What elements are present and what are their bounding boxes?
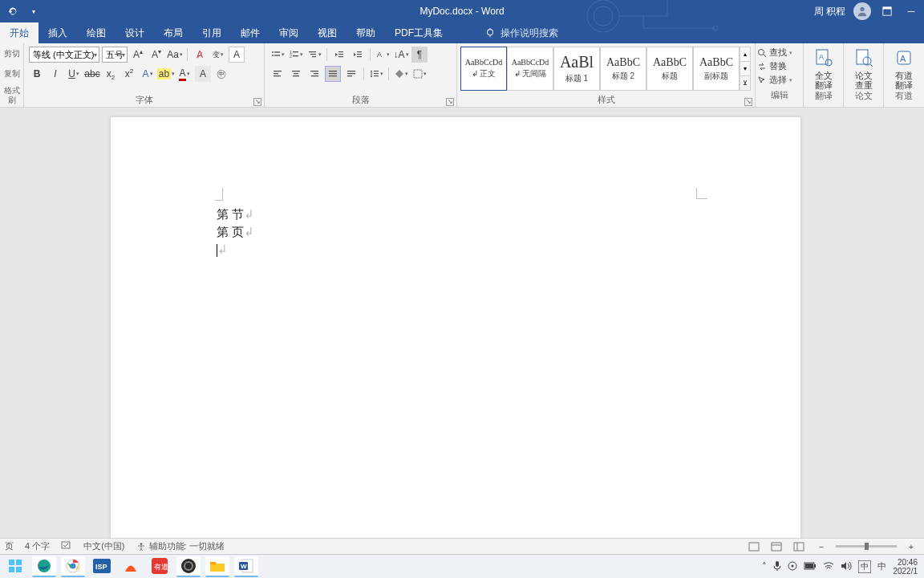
align-center-button[interactable]: [288, 66, 304, 82]
phonetic-guide-button[interactable]: 变: [210, 47, 226, 63]
tab-references[interactable]: 引用: [192, 22, 231, 43]
tab-layout[interactable]: 布局: [154, 22, 192, 43]
taskbar-isp[interactable]: ISP: [90, 556, 114, 577]
tray-volume-icon[interactable]: [841, 561, 852, 572]
minimize-button[interactable]: ─: [903, 3, 919, 19]
subscript-button[interactable]: x2: [103, 66, 119, 82]
user-name[interactable]: 周 积程: [814, 5, 845, 18]
status-word-count[interactable]: 4 个字: [25, 540, 50, 552]
font-name-combo[interactable]: 等线 (中文正文)▾: [29, 47, 99, 63]
enclose-characters-button[interactable]: ㊥: [213, 66, 229, 82]
borders-button[interactable]: [411, 66, 428, 82]
taskbar-explorer[interactable]: [205, 556, 229, 577]
bold-button[interactable]: B: [29, 66, 45, 82]
tab-pdf-tools[interactable]: PDF工具集: [385, 22, 452, 43]
ribbon-display-options[interactable]: [879, 3, 895, 19]
font-color-button[interactable]: A: [176, 66, 192, 82]
style-title[interactable]: AaBbC标题: [646, 47, 693, 91]
taskbar-word[interactable]: W: [234, 556, 258, 577]
focus-mode-button[interactable]: [746, 540, 762, 553]
status-spellcheck-icon[interactable]: [61, 541, 72, 552]
shrink-font-button[interactable]: A▾: [148, 47, 164, 63]
increase-indent-button[interactable]: [350, 47, 366, 63]
styles-scroll-up[interactable]: ▴: [740, 47, 750, 62]
numbering-button[interactable]: 12: [288, 47, 304, 63]
taskbar-obs[interactable]: [176, 556, 201, 577]
tray-wifi-icon[interactable]: [823, 561, 834, 572]
styles-dialog-launcher[interactable]: ↘: [744, 98, 752, 106]
qat-dropdown[interactable]: ▾: [26, 3, 42, 19]
web-layout-button[interactable]: [791, 540, 807, 553]
page[interactable]: 第 节↲ 第 页↲ ↲: [111, 117, 800, 551]
asian-layout-button[interactable]: A: [375, 47, 391, 63]
sort-button[interactable]: ↓A: [393, 47, 409, 63]
tab-design[interactable]: 设计: [116, 22, 154, 43]
tray-location-icon[interactable]: [788, 561, 797, 572]
style-heading1[interactable]: AaBl标题 1: [553, 47, 600, 91]
tab-home[interactable]: 开始: [0, 22, 38, 43]
align-left-button[interactable]: [270, 66, 286, 82]
document-area[interactable]: 第 节↲ 第 页↲ ↲: [0, 108, 924, 554]
decrease-indent-button[interactable]: [331, 47, 347, 63]
youdao-button[interactable]: A 有道 翻译: [884, 43, 924, 90]
align-right-button[interactable]: [306, 66, 322, 82]
bullets-button[interactable]: [270, 47, 286, 63]
clear-formatting-button[interactable]: A̷: [192, 47, 208, 63]
style-no-spacing[interactable]: AaBbCcDd↲ 无间隔: [507, 47, 553, 91]
text-effects-button[interactable]: A: [140, 66, 156, 82]
distribute-button[interactable]: [343, 66, 359, 82]
print-layout-button[interactable]: [768, 540, 784, 553]
replace-button[interactable]: 替换: [757, 60, 801, 72]
strikethrough-button[interactable]: abc: [84, 66, 100, 82]
taskbar-edge[interactable]: [32, 556, 56, 577]
find-button[interactable]: 查找▾: [757, 47, 801, 59]
taskbar-app-orange[interactable]: [119, 556, 143, 577]
start-button[interactable]: [3, 556, 27, 577]
status-page[interactable]: 页: [5, 540, 14, 552]
tray-overflow-icon[interactable]: ˄: [762, 561, 767, 572]
superscript-button[interactable]: x2: [121, 66, 137, 82]
line-spacing-button[interactable]: [368, 66, 384, 82]
status-accessibility[interactable]: 辅助功能: 一切就绪: [136, 540, 225, 552]
style-heading2[interactable]: AaBbC标题 2: [600, 47, 646, 91]
style-normal[interactable]: AaBbCcDd↲ 正文: [460, 47, 507, 91]
format-painter-button[interactable]: 格式刷: [0, 84, 23, 107]
tell-me-search[interactable]: 操作说明搜索: [476, 22, 566, 43]
tab-help[interactable]: 帮助: [346, 22, 385, 43]
grow-font-button[interactable]: A▴: [130, 47, 146, 63]
tray-battery-icon[interactable]: [804, 562, 817, 572]
character-shading-button[interactable]: A: [195, 66, 211, 82]
zoom-out-button[interactable]: −: [813, 540, 829, 553]
change-case-button[interactable]: Aa: [167, 47, 183, 63]
character-border-button[interactable]: A: [229, 47, 245, 63]
multilevel-list-button[interactable]: [306, 47, 322, 63]
thesis-check-button[interactable]: 论文 查重: [844, 43, 883, 90]
taskbar-chrome[interactable]: [61, 556, 85, 577]
status-language[interactable]: 中文(中国): [83, 540, 124, 552]
paragraph-dialog-launcher[interactable]: ↘: [446, 98, 454, 106]
zoom-slider[interactable]: [836, 545, 897, 547]
tray-ime-indicator[interactable]: 中: [858, 560, 871, 573]
shading-button[interactable]: [393, 66, 409, 82]
styles-expand[interactable]: ⊻: [740, 76, 750, 90]
tab-view[interactable]: 视图: [308, 22, 346, 43]
tab-draw[interactable]: 绘图: [77, 22, 116, 43]
underline-button[interactable]: U: [66, 66, 82, 82]
select-button[interactable]: 选择▾: [757, 74, 801, 86]
taskbar-youdao[interactable]: 有道: [148, 556, 172, 577]
body-text[interactable]: 第 节↲ 第 页↲ ↲: [217, 206, 254, 258]
italic-button[interactable]: I: [47, 66, 63, 82]
tray-clock[interactable]: 20:46 2022/1: [893, 558, 918, 576]
justify-button[interactable]: [325, 66, 341, 82]
cut-button[interactable]: 剪切: [0, 43, 23, 64]
autosave-toggle[interactable]: [5, 3, 21, 19]
highlight-button[interactable]: ab: [158, 66, 174, 82]
full-translate-button[interactable]: A 全文 翻译: [804, 43, 843, 90]
tab-insert[interactable]: 插入: [38, 22, 77, 43]
user-avatar[interactable]: [853, 2, 871, 20]
copy-button[interactable]: 复制: [0, 64, 23, 85]
style-subtitle[interactable]: AaBbC副标题: [693, 47, 740, 91]
tray-ime-lang[interactable]: 中: [877, 560, 886, 572]
tab-mailings[interactable]: 邮件: [231, 22, 270, 43]
font-dialog-launcher[interactable]: ↘: [253, 98, 261, 106]
